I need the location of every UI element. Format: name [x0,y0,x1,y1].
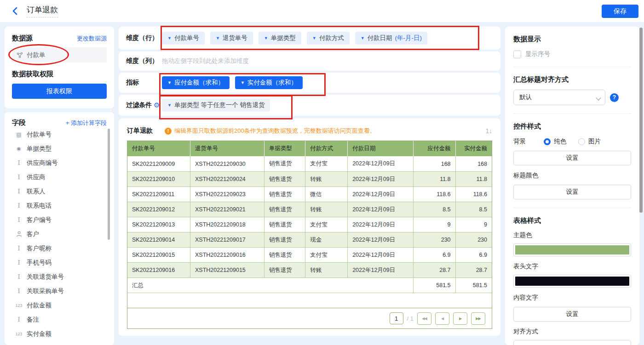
cell: 11.8 [456,171,492,187]
field-label: 关联采购单号 [27,287,64,295]
sort-order-icon[interactable]: 1↓ [485,127,492,135]
option-field-icon: ◉ [15,146,23,152]
col-dimensions-bar[interactable]: 维度（列） 拖动左侧字段到此处来添加维度 [119,51,500,71]
field-item[interactable]: I客户编号 [12,213,107,227]
dimension-chip[interactable]: ▼单据类型 [259,32,301,45]
cell: XSTH20221209018 [190,217,264,232]
data-permission-title: 数据获取权限 [12,70,107,79]
title-color-set-button[interactable]: 设置 [513,185,631,199]
back-button[interactable] [12,7,18,15]
theme-color-label: 主题色 [513,231,631,239]
align-label: 对齐方式 [513,328,631,336]
text-field-icon: I [15,159,23,166]
col-header[interactable]: 付款单号 [127,141,190,156]
field-item[interactable]: ◉单据类型 [12,141,107,156]
preview-title: 订单退款 [127,127,153,135]
col-header[interactable]: 应付金额 [414,141,455,156]
table-row: SK20221209009XSTH20221209030销售退货支付宝2022年… [127,156,492,171]
field-item[interactable]: 123实付金额 [12,327,107,341]
field-label: 联系人 [27,187,46,196]
field-item[interactable]: ▤付款单号 [12,127,107,141]
panel-scrollbar[interactable] [639,28,643,213]
datasource-link-icon [17,52,23,58]
cell: 销售退货 [264,187,305,202]
add-calc-field-link[interactable]: + 添加计算字段 [66,119,107,127]
change-datasource-link[interactable]: 更改数据源 [77,34,107,43]
notice-text: 编辑界面只取数据源前200条作为查询数据预览，完整数据请访问页面查看。 [174,127,376,135]
chip-label: 付款日期 [368,34,392,42]
page-title[interactable]: 订单退款 [27,5,58,17]
theme-color-value [515,245,629,255]
col-header[interactable]: 单据类型 [264,141,305,156]
summary-align-select[interactable]: 默认 [513,90,605,105]
widget-style-title: 控件样式 [513,122,631,131]
next-page-button[interactable]: ▶ [453,312,467,325]
datasource-card: 数据源 更改数据源 付款单 数据获取权限 报表权限 [5,27,114,108]
datasource-item[interactable]: 付款单 [12,47,107,62]
header-text-swatch[interactable] [513,275,631,288]
cell: 支付宝 [305,217,348,232]
cell: 6.9 [456,247,492,262]
dimension-chip[interactable]: ▼付款方式 [307,32,350,45]
field-item[interactable]: I手机号码 [12,255,107,270]
title-color-label: 标题颜色 [513,171,631,180]
align-select[interactable] [513,340,631,345]
metric-chip[interactable]: ▼应付金额（求和） [162,76,230,89]
last-page-button[interactable]: ▶▶ [471,312,485,325]
metric-chip[interactable]: ▼实付金额（求和） [235,76,303,89]
cell: 28.7 [456,262,492,277]
bg-set-button[interactable]: 设置 [513,151,631,165]
metrics-label: 指标 [126,79,162,87]
dimension-chip[interactable]: ▼退货单号 [210,32,253,45]
row-dimension-chips: ▼付款单号 ▼退货单号 ▼单据类型 ▼付款方式 ▼付款日期(年-月-日) [162,32,427,45]
col-header[interactable]: 付款日期 [348,141,414,156]
field-item[interactable]: 123付款金额 [12,298,107,312]
cell: SK20221209011 [127,187,190,202]
field-item[interactable]: I供应商 [12,170,107,184]
cell: 8.5 [414,202,455,217]
field-item[interactable]: I备注 [12,312,107,327]
warning-icon: ! [165,128,172,135]
field-item[interactable]: I联系人 [12,184,107,198]
text-field-icon: I [15,316,23,323]
cell: XSTH20221209024 [190,171,264,187]
cell: SK20221209016 [127,262,190,277]
chevron-down-icon: ▼ [167,36,172,40]
field-label: 联系电话 [27,202,52,210]
field-item[interactable]: 客户 [12,227,107,241]
cell: 转账 [305,262,348,277]
cell: XSTH20221209030 [190,156,264,171]
field-label: 手机号码 [27,259,52,267]
divider [513,67,631,67]
bg-image-option[interactable]: 图片 [578,137,601,146]
report-permission-button[interactable]: 报表权限 [12,84,107,99]
col-header[interactable]: 退货单号 [190,141,264,156]
help-icon[interactable]: ? [610,93,619,102]
show-index-checkbox[interactable] [513,51,521,58]
cell: 销售退货 [264,232,305,247]
field-item[interactable]: I客户昵称 [12,241,107,255]
theme-color-swatch[interactable] [513,243,631,256]
gear-icon[interactable]: ⚙ [154,101,160,109]
col-header[interactable]: 付款方式 [305,141,348,156]
summary-align-title: 汇总标题对齐方式 [513,75,631,84]
summary-row: 汇总 581.5 581.5 [127,277,492,293]
first-page-button[interactable]: ◀◀ [417,312,431,325]
save-button[interactable]: 保存 [602,5,638,18]
dimension-chip-date[interactable]: ▼付款日期(年-月-日) [355,32,427,45]
field-item[interactable]: I关联退货单号 [12,270,107,284]
bg-solid-option[interactable]: 纯色 [544,137,566,146]
cell: 支付宝 [305,247,348,262]
filter-label: 过滤条件 [126,101,152,109]
dimension-chip[interactable]: ▼付款单号 [162,32,205,45]
field-item[interactable]: I关联采购单号 [12,284,107,298]
field-item[interactable]: I联系电话 [12,198,107,213]
prev-page-button[interactable]: ◀ [435,312,449,325]
fields-scrollbar[interactable] [108,129,110,240]
text-field-icon: I [15,288,23,294]
content-text-set-button[interactable]: 设置 [513,307,631,322]
page-input[interactable] [390,312,403,324]
field-item[interactable]: I供应商编号 [12,156,107,170]
filter-chip[interactable]: ▼单据类型 等于任意一个 销售退货 [162,99,270,112]
col-header[interactable]: 实付金额 [456,141,492,156]
